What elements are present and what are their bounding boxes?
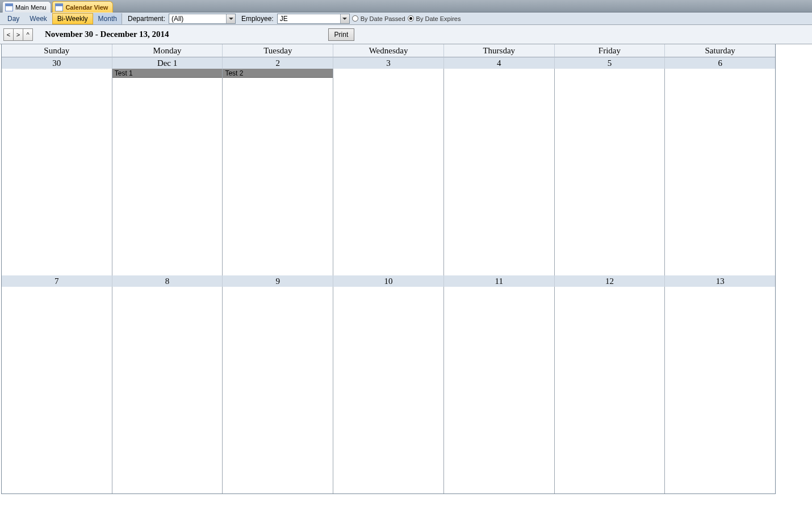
employee-combo[interactable] [277, 14, 350, 24]
department-combo[interactable] [169, 14, 236, 24]
day-cell[interactable]: Test 1 [112, 69, 223, 275]
day-cell[interactable] [112, 287, 223, 493]
chevron-down-icon[interactable] [340, 14, 349, 23]
date-cell[interactable]: 2 [223, 57, 333, 69]
day-cell[interactable] [665, 287, 775, 493]
employee-input[interactable] [278, 14, 340, 23]
tab-label: Calendar View [65, 4, 108, 11]
mode-biweekly[interactable]: Bi-Weekly [52, 13, 93, 24]
day-header: Monday [112, 44, 223, 57]
date-cell[interactable]: Dec 1 [112, 57, 223, 69]
day-header: Thursday [444, 44, 555, 57]
day-header-row: Sunday Monday Tuesday Wednesday Thursday… [2, 44, 775, 57]
day-cell[interactable] [444, 287, 555, 493]
date-cell[interactable]: 4 [444, 57, 555, 69]
mode-day[interactable]: Day [2, 13, 24, 24]
calendar-grid: Sunday Monday Tuesday Wednesday Thursday… [1, 44, 776, 494]
radio-by-date-passed[interactable]: By Date Passed [352, 15, 405, 22]
mode-month[interactable]: Month [93, 13, 122, 24]
radio-label: By Date Passed [361, 15, 405, 22]
tab-label: Main Menu [15, 4, 46, 11]
radio-by-date-expires[interactable]: By Date Expires [408, 15, 461, 22]
department-input[interactable] [169, 14, 226, 23]
day-cell[interactable] [333, 69, 444, 275]
date-cell[interactable]: 3 [333, 57, 444, 69]
calendar-event[interactable]: Test 1 [112, 69, 223, 78]
date-range-title: November 30 - December 13, 2014 [45, 30, 169, 39]
day-cell[interactable] [555, 287, 665, 493]
date-cell[interactable]: 6 [665, 57, 775, 69]
department-label: Department: [122, 15, 169, 23]
cell-row-1: Test 1 Test 2 [2, 69, 775, 275]
radio-label: By Date Expires [416, 15, 461, 22]
chevron-down-icon[interactable] [226, 14, 235, 23]
date-cell[interactable]: 30 [2, 57, 112, 69]
date-cell[interactable]: 11 [444, 275, 555, 287]
day-cell[interactable] [555, 69, 665, 275]
print-button[interactable]: Print [328, 28, 355, 41]
date-cell[interactable]: 5 [555, 57, 665, 69]
up-button[interactable]: ^ [23, 28, 33, 41]
day-header: Tuesday [223, 44, 333, 57]
employee-label: Employee: [236, 15, 277, 23]
tab-calendar-view[interactable]: Calendar View [52, 1, 113, 12]
day-cell[interactable] [2, 287, 112, 493]
toolbar: Day Week Bi-Weekly Month Department: Emp… [0, 12, 812, 25]
date-cell[interactable]: 7 [2, 275, 112, 287]
day-header: Wednesday [333, 44, 444, 57]
date-cell[interactable]: 10 [333, 275, 444, 287]
day-cell[interactable] [665, 69, 775, 275]
date-cell[interactable]: 8 [112, 275, 223, 287]
form-icon [5, 3, 13, 11]
day-cell[interactable] [444, 69, 555, 275]
day-cell[interactable] [2, 69, 112, 275]
tab-bar: Main Menu Calendar View [0, 0, 812, 12]
form-icon [55, 3, 63, 11]
date-cell[interactable]: 13 [665, 275, 775, 287]
day-header: Friday [555, 44, 665, 57]
mode-week[interactable]: Week [24, 13, 52, 24]
date-row-2: 7 8 9 10 11 12 13 [2, 275, 775, 287]
day-header: Saturday [665, 44, 775, 57]
cell-row-2 [2, 287, 775, 493]
nav-buttons: < > ^ [3, 28, 32, 41]
date-nav-bar: < > ^ November 30 - December 13, 2014 Pr… [0, 25, 812, 44]
prev-button[interactable]: < [3, 28, 14, 41]
radio-icon [408, 15, 414, 22]
calendar-event[interactable]: Test 2 [223, 69, 333, 78]
tab-main-menu[interactable]: Main Menu [2, 1, 51, 12]
date-row-1: 30 Dec 1 2 3 4 5 6 [2, 57, 775, 69]
next-button[interactable]: > [13, 28, 23, 41]
date-cell[interactable]: 12 [555, 275, 665, 287]
date-cell[interactable]: 9 [223, 275, 333, 287]
day-header: Sunday [2, 44, 112, 57]
day-cell[interactable] [223, 287, 333, 493]
radio-icon [352, 15, 358, 22]
day-cell[interactable]: Test 2 [223, 69, 333, 275]
day-cell[interactable] [333, 287, 444, 493]
